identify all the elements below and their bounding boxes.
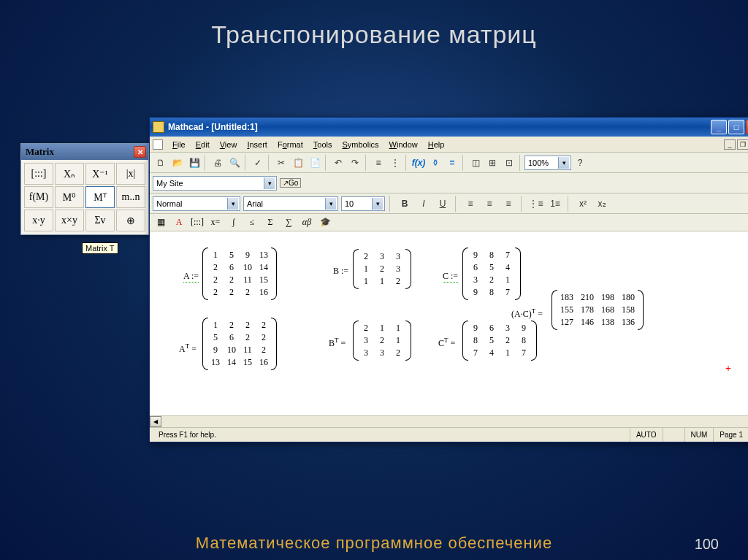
go-button[interactable]: ↗Go xyxy=(280,178,301,188)
matrix-C[interactable]: 987654321987 xyxy=(462,248,521,300)
mdi-minimize-button[interactable]: _ xyxy=(724,139,736,150)
menu-tools[interactable]: Tools xyxy=(308,139,337,150)
matrix-AT[interactable]: 1222562291011213141516 xyxy=(202,318,277,370)
greek-icon[interactable]: αβ xyxy=(299,215,315,230)
site-combo[interactable]: My Site xyxy=(153,176,277,191)
dot-product-button[interactable]: x·y xyxy=(24,210,53,231)
inverse-button[interactable]: X⁻¹ xyxy=(85,163,115,185)
matrix-BT[interactable]: 211321332 xyxy=(353,321,411,361)
calc3-icon[interactable]: Σ xyxy=(262,215,278,230)
slide-title: Транспонирование матриц xyxy=(0,0,748,49)
matrix-toolbox-title: Matrix xyxy=(26,146,54,158)
slide-footer: Математическое программное обеспечение xyxy=(0,534,748,553)
bullets-button[interactable]: ⋮≡ xyxy=(528,196,544,212)
font-combo[interactable]: Arial xyxy=(243,196,338,211)
matrix-CT[interactable]: 963985287417 xyxy=(462,321,537,361)
undo-button[interactable]: ↶ xyxy=(330,155,346,171)
calc2-icon[interactable]: ≤ xyxy=(244,215,260,230)
matrix-icon[interactable]: [:::] xyxy=(189,215,205,230)
matrix-B[interactable]: 233123112 xyxy=(353,249,411,289)
spellcheck-button[interactable]: ✓ xyxy=(250,155,266,171)
slide-page-number: 100 xyxy=(695,536,719,553)
menu-window[interactable]: Window xyxy=(384,139,423,150)
eval-icon[interactable]: x= xyxy=(207,215,224,230)
calc1-icon[interactable]: ∫ xyxy=(226,215,242,230)
window-title: Mathcad - [Untitled:1] xyxy=(168,122,258,132)
prog-icon[interactable]: ∑ xyxy=(280,215,297,230)
unit-button[interactable]: ⚱ xyxy=(427,155,443,171)
app-icon xyxy=(153,121,164,133)
numbering-button[interactable]: 1≡ xyxy=(547,196,563,212)
subscript-fmt-button[interactable]: x₂ xyxy=(594,196,610,212)
italic-button[interactable]: I xyxy=(416,196,432,212)
menu-help[interactable]: Help xyxy=(423,139,450,150)
matrix-A[interactable]: 1591326101422111522216 xyxy=(202,248,277,300)
copy-button[interactable]: 📋 xyxy=(290,155,306,171)
print-button[interactable]: 🖨 xyxy=(210,155,226,171)
size-combo[interactable]: 10 xyxy=(341,196,385,211)
paste-button[interactable]: 📄 xyxy=(307,155,323,171)
save-button[interactable]: 💾 xyxy=(186,155,202,171)
bold-button[interactable]: B xyxy=(397,196,413,212)
matrix-toolbox-window: Matrix ✕ [:::] Xₙ X⁻¹ |x| f(M) M⁰ Mᵀ m..… xyxy=(20,143,149,235)
minimize-button[interactable]: _ xyxy=(711,120,727,134)
transpose-button[interactable]: Mᵀ xyxy=(85,186,115,208)
status-page: Page 1 xyxy=(713,428,748,442)
function-button[interactable]: f(x) xyxy=(411,155,427,171)
graph-icon[interactable]: A xyxy=(171,215,187,230)
align-button[interactable]: ≡ xyxy=(370,155,386,171)
range-button[interactable]: m..n xyxy=(116,186,145,208)
open-button[interactable]: 📂 xyxy=(169,155,186,171)
menu-edit[interactable]: Edit xyxy=(191,139,215,150)
picture-button[interactable]: ⊕ xyxy=(116,210,145,231)
label-C: C := xyxy=(443,271,458,283)
sum-button[interactable]: Σv xyxy=(85,210,115,231)
statusbar: Press F1 for help. AUTO NUM Page 1 ⋰ xyxy=(150,427,748,442)
status-gap xyxy=(663,428,684,442)
menu-insert[interactable]: Insert xyxy=(242,139,272,150)
help-button[interactable]: ? xyxy=(572,155,588,171)
cross-product-button[interactable]: x×y xyxy=(55,210,84,231)
matrix-AC[interactable]: 183210198180155178168158127146138136 xyxy=(552,290,644,330)
redo-button[interactable]: ↷ xyxy=(347,155,363,171)
calculator-icon[interactable]: ▦ xyxy=(153,215,169,230)
nav-toolbar: My Site ↗Go xyxy=(150,173,748,193)
symbolic-icon[interactable]: 🎓 xyxy=(317,215,333,230)
close-icon[interactable]: ✕ xyxy=(134,146,146,158)
matrix-insert-button[interactable]: [:::] xyxy=(24,163,53,185)
preview-button[interactable]: 🔍 xyxy=(226,155,243,171)
superscript-button[interactable]: x² xyxy=(575,196,591,212)
align-left-button[interactable]: ≡ xyxy=(462,196,478,212)
menu-format[interactable]: Format xyxy=(272,139,308,150)
vectorize-button[interactable]: f(M) xyxy=(24,186,53,208)
align-right-button[interactable]: ≡ xyxy=(500,196,516,212)
calculate-button[interactable]: = xyxy=(444,155,460,171)
label-A: A := xyxy=(183,271,199,283)
underline-button[interactable]: U xyxy=(435,196,451,212)
align2-button[interactable]: ⋮ xyxy=(387,155,403,171)
insert-button[interactable]: ⊞ xyxy=(484,155,500,171)
matrix-toolbox-titlebar[interactable]: Matrix ✕ xyxy=(21,144,148,160)
label-CT: CT = xyxy=(438,337,455,349)
scroll-left-icon[interactable]: ◀ xyxy=(150,416,161,427)
menu-file[interactable]: File xyxy=(167,139,191,150)
component-button[interactable]: ◫ xyxy=(468,155,484,171)
subscript-button[interactable]: Xₙ xyxy=(55,163,84,185)
determinant-button[interactable]: |x| xyxy=(116,163,145,185)
ref-button[interactable]: ⊡ xyxy=(501,155,517,171)
cut-button[interactable]: ✂ xyxy=(273,155,289,171)
maximize-button[interactable]: □ xyxy=(728,120,744,134)
horizontal-scrollbar[interactable]: ◀ ▶ xyxy=(150,415,748,427)
zoom-combo[interactable]: 100% xyxy=(524,156,571,170)
align-center-button[interactable]: ≡ xyxy=(481,196,497,212)
titlebar[interactable]: Mathcad - [Untitled:1] _ □ ✕ xyxy=(150,118,748,137)
menu-view[interactable]: View xyxy=(215,139,243,150)
new-button[interactable]: 🗋 xyxy=(153,155,169,171)
label-B: B := xyxy=(333,266,348,277)
column-button[interactable]: M⁰ xyxy=(55,186,84,208)
menu-symbolics[interactable]: Symbolics xyxy=(337,139,383,150)
worksheet[interactable]: A := 1591326101422111522216 B := 2331231… xyxy=(150,231,748,415)
math-toolbar: ▦ A [:::] x= ∫ ≤ Σ ∑ αβ 🎓 xyxy=(150,214,748,231)
style-combo[interactable]: Normal xyxy=(153,196,240,211)
mdi-restore-button[interactable]: ❐ xyxy=(737,139,748,150)
